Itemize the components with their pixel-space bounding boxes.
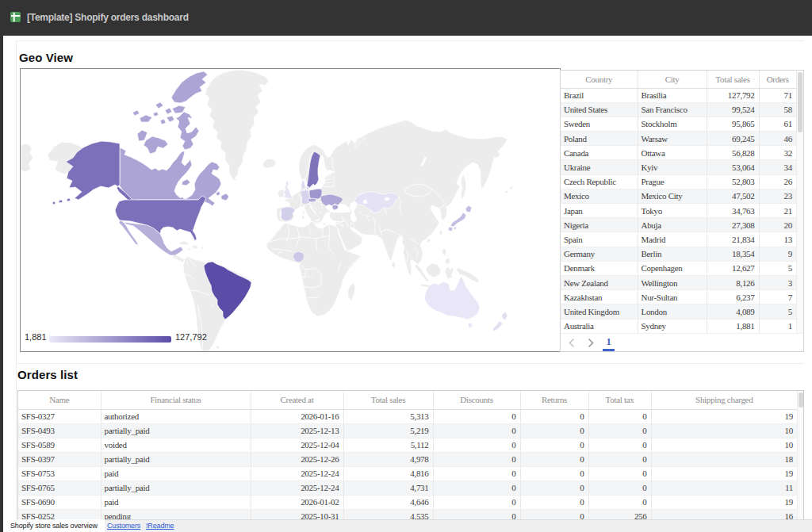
cell: 12,627 [707, 261, 759, 275]
map-country-poland[interactable] [309, 189, 322, 199]
table-row: United StatesSan Francisco99,52458 [561, 102, 796, 117]
map-country-new-zealand[interactable] [492, 312, 508, 331]
cell: 1 [759, 319, 796, 333]
table-row: SFS-0252pending2025-10-314,5350025616 [18, 509, 797, 519]
cell: 26 [759, 174, 796, 189]
table-row: SFS-0765partially_paid2025-12-244,731000… [18, 480, 797, 495]
cell: 2025-12-26 [251, 452, 343, 466]
cell: 19 [651, 495, 797, 509]
cell: New Zealand [561, 275, 638, 289]
map-country-czech-republic[interactable] [308, 198, 316, 202]
document-title: [Template] Shopify orders dashboard [27, 0, 189, 36]
cell: 18 [651, 452, 797, 466]
column-header-shipping-charged: Shipping charged [651, 391, 797, 409]
geo-table-pager: 1 [561, 333, 803, 351]
map-region-madagascar[interactable] [348, 283, 355, 300]
pager-page-1[interactable]: 1 [603, 336, 615, 348]
column-header-total-tax: Total tax [588, 391, 651, 409]
map-region-taiwan[interactable] [439, 230, 442, 235]
cell: 58 [759, 102, 796, 117]
cell: 0 [433, 495, 520, 509]
map-country-australia[interactable] [424, 276, 480, 328]
table-row: SFS-0327authorized2026-01-165,31300019 [18, 409, 797, 423]
cell: 2026-01-16 [251, 409, 343, 423]
cell: Copenhagen [638, 261, 707, 275]
cell: SFS-0765 [18, 480, 101, 495]
cell: Ukraine [561, 160, 638, 174]
column-header-financial-status: Financial status [101, 391, 251, 409]
cell: 9 [759, 247, 796, 261]
map-country-japan[interactable] [448, 205, 472, 232]
table-row: SwedenStockholm95,86561 [561, 117, 796, 131]
map-region-philippines[interactable] [442, 248, 450, 264]
pager-prev-icon[interactable] [568, 338, 576, 348]
cell: Sydney [638, 319, 707, 333]
canvas-border-top [16, 40, 804, 41]
map-country-united-kingdom[interactable] [283, 181, 293, 199]
cell: 0 [433, 423, 520, 438]
map-region-kuril-commander[interactable] [505, 186, 513, 193]
cell: 0 [433, 438, 520, 452]
sheet-tab-customers[interactable]: Customers [107, 519, 140, 532]
map-region-iceland[interactable] [262, 159, 276, 168]
orders-list-title: Orders list [17, 368, 78, 381]
cell: 7 [759, 290, 796, 304]
cell: 0 [433, 509, 520, 519]
map-region-chukotka-west-edge[interactable] [21, 144, 33, 172]
left-edge-strip [0, 36, 3, 532]
cell: 27,308 [707, 218, 759, 232]
orders-scrollbar-thumb[interactable] [799, 392, 803, 408]
cell: Germany [561, 247, 638, 261]
orders-table: NameFinancial statusCreated atTotal sale… [18, 391, 797, 519]
world-choropleth-map[interactable] [21, 69, 560, 351]
cell: 4,978 [343, 452, 433, 466]
cell: 2025-12-24 [251, 466, 343, 480]
table-row: CanadaOttawa56,82832 [561, 146, 796, 160]
map-sea-lake-balkhash[interactable] [385, 197, 389, 201]
table-row: SpainMadrid21,83413 [561, 232, 796, 247]
cell: voided [101, 438, 251, 452]
cell: 61 [759, 117, 796, 131]
table-row: SFS-0589voided2025-12-045,11200010 [18, 438, 797, 452]
geo-table-header-row: CountryCityTotal salesOrders [561, 71, 796, 88]
cell: 34 [759, 160, 796, 174]
table-row: NigeriaAbuja27,30820 [561, 218, 796, 232]
cell: 5,112 [343, 438, 433, 452]
cell: 0 [433, 466, 520, 480]
cell: 13 [759, 232, 796, 247]
geo-scrollbar-thumb[interactable] [798, 72, 802, 132]
map-region-hainan[interactable] [427, 239, 431, 243]
cell: 1,881 [707, 319, 759, 333]
cell: Kazakhstan [561, 290, 638, 304]
cell: paid [101, 495, 251, 509]
cell: SFS-0589 [18, 438, 101, 452]
cell: 4,089 [707, 304, 759, 319]
cell: 47,502 [707, 189, 759, 203]
orders-table-scrollbar[interactable] [797, 391, 803, 519]
cell: Czech Republic [561, 174, 638, 189]
legend-max-label: 127,792 [175, 332, 207, 342]
cell: partially_paid [101, 423, 251, 438]
sheet-tab-active[interactable]: Shopify store sales overview [3, 519, 105, 532]
canvas-border-left [16, 40, 17, 519]
cell: United States [561, 102, 638, 117]
map-region-sulawesi[interactable] [445, 266, 454, 280]
cell: 0 [520, 409, 588, 423]
geo-table-scrollbar[interactable] [796, 71, 803, 334]
world-map-container: 1,881 127,792 [20, 68, 561, 352]
pager-next-icon[interactable] [587, 338, 595, 348]
pager-active-underline [603, 349, 615, 351]
map-region-sri-lanka[interactable] [392, 262, 396, 268]
cell: United Kingdom [561, 304, 638, 319]
sheet-tab-readme[interactable]: !Readme [146, 519, 174, 532]
cell: 0 [588, 438, 651, 452]
map-region-borneo[interactable] [426, 263, 441, 277]
map-sea-aral-sea[interactable] [363, 200, 367, 204]
cell: 18,354 [707, 247, 759, 261]
cell: 21 [759, 204, 796, 218]
cell: Denmark [561, 261, 638, 275]
cell: Mexico [561, 189, 638, 203]
map-region-sakhalin[interactable] [461, 174, 466, 200]
geo-table: CountryCityTotal salesOrders BrazilBrasí… [561, 71, 796, 334]
table-row: Czech RepublicPrague52,80326 [561, 174, 796, 189]
